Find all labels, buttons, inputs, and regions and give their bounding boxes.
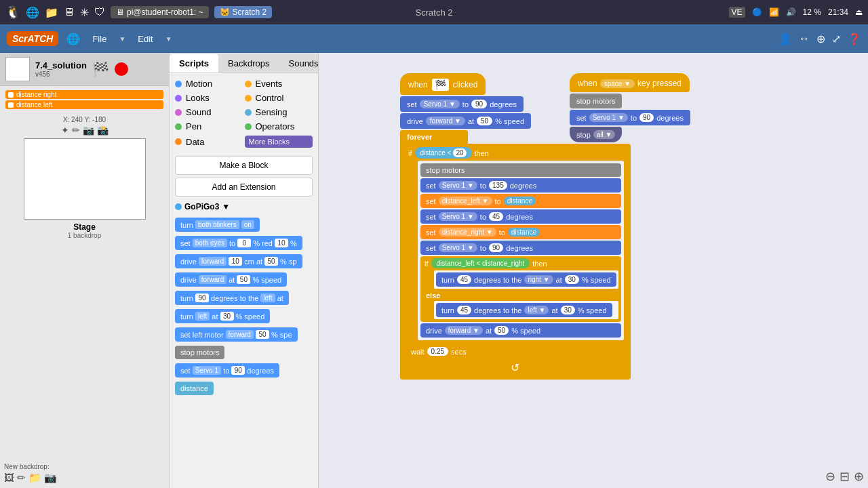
stop-all-dropdown[interactable]: all ▼ xyxy=(593,130,616,139)
drive-cm[interactable]: 10 xyxy=(229,257,242,266)
share-icon[interactable]: 👤 xyxy=(778,33,792,45)
hat-space-key[interactable]: when space ▼ key pressed xyxy=(570,73,690,92)
block-stop-motors[interactable]: stop motors xyxy=(175,346,224,359)
category-looks[interactable]: Looks xyxy=(175,93,243,103)
var-check-2[interactable] xyxy=(8,102,14,108)
green-flag-button[interactable]: 🏁 xyxy=(92,61,109,77)
zoom-out-button[interactable]: ⊖ xyxy=(825,469,835,484)
block-drive-speed[interactable]: drive forward at 50 % speed xyxy=(175,272,287,287)
drive-dir-dropdown-1[interactable]: forward ▼ xyxy=(426,117,465,125)
motor-speed[interactable]: 50 xyxy=(256,330,269,339)
block-stop-motors-2[interactable]: stop motors xyxy=(570,94,622,108)
resize-icon[interactable]: ⤢ xyxy=(832,33,841,45)
category-events[interactable]: Events xyxy=(245,79,313,89)
files-icon[interactable]: 📁 xyxy=(45,6,58,19)
turn-deg[interactable]: 90 xyxy=(195,293,209,302)
block-drive-forward-1[interactable]: drive forward ▼ at 50 % speed xyxy=(400,113,531,129)
var-check-1[interactable] xyxy=(8,92,14,98)
make-block-button[interactable]: Make a Block xyxy=(175,156,313,175)
block-drive-inner[interactable]: drive forward ▼ at 50 % speed xyxy=(420,323,621,338)
blinkers-dropdown[interactable]: both blinkers xyxy=(195,220,239,229)
servo1-dropdown-1[interactable]: Servo 1 ▼ xyxy=(420,100,460,108)
raspberry-icon[interactable]: 🐧 xyxy=(5,5,20,20)
scratch-tab[interactable]: 🐱 Scratch 2 xyxy=(214,6,273,18)
category-more[interactable]: More Blocks xyxy=(245,136,313,148)
turn-45-right[interactable]: 45 xyxy=(457,275,471,284)
block-set-servo-135[interactable]: set Servo 1 ▼ to 135 degrees xyxy=(420,178,621,192)
turn-45-left[interactable]: 45 xyxy=(457,306,471,314)
zoom-in-button[interactable]: ⊕ xyxy=(854,469,864,484)
stop-button[interactable] xyxy=(115,62,128,76)
servo135-val[interactable]: 135 xyxy=(489,181,507,190)
layout-icon[interactable]: ↔ xyxy=(799,33,810,45)
block-turn-right[interactable]: turn 45 degrees to the right ▼ at 30 % s… xyxy=(436,272,616,287)
tab-scripts[interactable]: Scripts xyxy=(170,54,218,73)
block-blinkers[interactable]: turn both blinkers on xyxy=(175,218,260,232)
block-turn-deg[interactable]: turn 90 degrees to the left at xyxy=(175,291,289,305)
block-drive-cm[interactable]: drive forward 10 cm at 50 % sp xyxy=(175,254,302,268)
eyes-red[interactable]: 10 xyxy=(275,239,288,247)
backdrop-camera-icon[interactable]: 📷 xyxy=(44,472,57,484)
eyes-dropdown[interactable]: both eyes xyxy=(193,239,227,247)
language-globe[interactable]: 🌐 xyxy=(66,33,80,45)
right-speed[interactable]: 30 xyxy=(565,275,579,284)
servo45-val[interactable]: 45 xyxy=(489,212,503,221)
eyes-val[interactable]: 0 xyxy=(237,239,251,247)
category-control[interactable]: Control xyxy=(245,93,313,103)
block-set-dist-left[interactable]: set distance_left ▼ to distance xyxy=(420,194,621,208)
category-sensing[interactable]: Sensing xyxy=(245,107,313,117)
stamp-icon[interactable]: ✦ xyxy=(61,125,69,136)
scratch-star-icon[interactable]: ✳ xyxy=(80,6,89,19)
block-set-dist-right[interactable]: set distance_right ▼ to distance xyxy=(420,225,621,239)
terminal-tab[interactable]: 🖥 pi@student-robot1: ~ xyxy=(111,6,209,18)
fullscreen-icon[interactable]: ⊕ xyxy=(816,33,825,45)
block-set-servo-45[interactable]: set Servo 1 ▼ to 45 degrees xyxy=(420,209,621,224)
servo1-val-1[interactable]: 90 xyxy=(471,100,487,108)
servo-dropdown-3[interactable]: Servo 1 ▼ xyxy=(589,113,628,122)
zoom-reset-button[interactable]: ⊟ xyxy=(840,469,850,484)
block-set-motor[interactable]: set left motor forward 50 % spe xyxy=(175,327,298,342)
dist-left-dropdown[interactable]: distance_left ▼ xyxy=(439,197,492,205)
backdrop-image-icon[interactable]: 🖼 xyxy=(4,472,14,484)
block-distance[interactable]: distance xyxy=(175,382,214,395)
block-set-servo-90-3[interactable]: set Servo 1 ▼ to 90 degrees xyxy=(570,110,690,125)
servo-num[interactable]: Servo 1 xyxy=(193,366,221,375)
turn-speed[interactable]: 30 xyxy=(220,312,234,321)
antivirus-icon[interactable]: 🛡 xyxy=(94,6,105,18)
key-dropdown[interactable]: space ▼ xyxy=(600,79,635,88)
drive-speed-val-1[interactable]: 50 xyxy=(477,117,492,125)
block-stop-all[interactable]: stop all ▼ xyxy=(570,127,622,142)
add-extension-button[interactable]: Add an Extension xyxy=(175,178,313,197)
category-pen[interactable]: Pen xyxy=(175,121,243,131)
tab-backdrops[interactable]: Backdrops xyxy=(218,54,279,73)
globe-icon[interactable]: 🌐 xyxy=(26,6,39,19)
category-motion[interactable]: Motion xyxy=(175,79,243,89)
block-stop-motors-inner[interactable]: stop motors xyxy=(420,163,621,177)
screenshot-icon[interactable]: 📸 xyxy=(97,125,108,136)
dist-right-dropdown[interactable]: distance_right ▼ xyxy=(439,228,496,237)
on-dropdown[interactable]: on xyxy=(241,220,254,229)
servo90-val-2[interactable]: 90 xyxy=(489,243,503,252)
block-wait[interactable]: wait 0.25 secs xyxy=(404,344,627,359)
backdrop-file-icon[interactable]: 📁 xyxy=(28,472,41,484)
edit-menu[interactable]: Edit xyxy=(134,31,157,47)
camera-icon[interactable]: 📷 xyxy=(83,125,94,136)
terminal-icon[interactable]: 🖥 xyxy=(64,6,75,18)
servo-val-3[interactable]: 90 xyxy=(639,113,654,122)
left-dropdown[interactable]: left ▼ xyxy=(524,306,549,314)
drive-dir2[interactable]: forward xyxy=(199,275,226,284)
right-dropdown[interactable]: right ▼ xyxy=(524,275,553,284)
turn-dir[interactable]: left xyxy=(260,293,275,302)
servo90-dropdown-2[interactable]: Servo 1 ▼ xyxy=(439,243,477,252)
servo-val[interactable]: 90 xyxy=(231,366,245,375)
hat-green-flag[interactable]: when 🏁 clicked xyxy=(400,73,486,95)
block-servo[interactable]: set Servo 1 to 90 degrees xyxy=(175,363,279,378)
drive-inner-dir[interactable]: forward ▼ xyxy=(445,326,483,335)
left-speed[interactable]: 30 xyxy=(561,306,575,314)
block-set-servo-90-1[interactable]: set Servo 1 ▼ to 90 degrees xyxy=(400,96,524,112)
help-icon[interactable]: ❓ xyxy=(848,33,861,45)
distance-threshold[interactable]: 20 xyxy=(453,148,466,157)
servo45-dropdown[interactable]: Servo 1 ▼ xyxy=(439,212,477,221)
servo135-dropdown[interactable]: Servo 1 ▼ xyxy=(439,181,477,190)
pencil-icon[interactable]: ✏ xyxy=(72,125,80,136)
